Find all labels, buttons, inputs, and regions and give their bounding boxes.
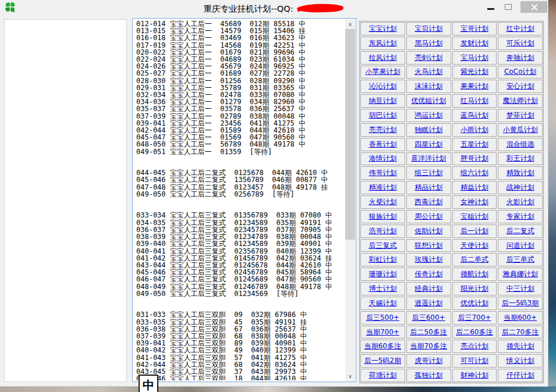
plan-link-cell[interactable]: 后三600+ [406, 311, 451, 325]
plan-link-cell[interactable]: 小苹果计划 [360, 66, 405, 79]
plan-link[interactable]: 后二复式 [507, 226, 534, 236]
plan-link[interactable]: 仔仔计划 [507, 370, 534, 380]
plan-link-cell[interactable]: 雅典娜计划 [498, 268, 543, 281]
plan-link-cell[interactable]: 周公计划 [406, 210, 451, 223]
plan-link-cell[interactable]: 后二复式 [498, 224, 543, 238]
plan-link-cell[interactable]: 火柴计划 [360, 195, 405, 209]
plan-link[interactable]: 当期700+ [366, 327, 399, 337]
plan-link[interactable]: 领先计划 [507, 341, 534, 351]
plan-link-cell[interactable]: 佐助计划 [406, 224, 451, 238]
plan-link-cell[interactable]: 天赐计划 [360, 297, 405, 310]
plan-link-cell[interactable]: 东风计划 [360, 37, 405, 50]
plan-link[interactable]: 虎哥计划 [415, 356, 442, 366]
plan-link-cell[interactable]: 蓝鸟计划 [452, 109, 497, 122]
plan-link-cell[interactable]: 阳光计划 [452, 282, 497, 295]
plan-link[interactable]: 阳光计划 [461, 284, 488, 294]
plan-link[interactable]: 中三计划 [507, 284, 534, 294]
plan-link[interactable]: 火鸟计划 [415, 67, 442, 77]
plan-link[interactable]: 拉风计划 [369, 53, 396, 63]
plan-link-cell[interactable]: 后三单式 [498, 253, 543, 266]
plan-link[interactable]: 果果计划 [461, 81, 488, 91]
plan-link[interactable]: 香蕉计划 [369, 140, 396, 149]
plan-link[interactable]: 战神计划 [507, 183, 534, 193]
plan-link[interactable]: 经典计划 [415, 284, 442, 294]
plan-link-cell[interactable]: 当期60多注 [360, 340, 405, 353]
plan-link[interactable]: 东风计划 [369, 38, 396, 48]
plan-link-cell[interactable]: 后一5码3期 [498, 297, 543, 310]
plan-link[interactable]: 胖哥计划 [461, 154, 488, 163]
plan-link[interactable]: 黑马计划 [415, 38, 442, 48]
plan-link-cell[interactable]: 精准计划 [360, 181, 405, 194]
plan-link-cell[interactable]: 伟哥计划 [360, 166, 405, 180]
plan-link[interactable]: 五星计划 [461, 140, 488, 149]
plan-link-cell[interactable]: 后一5码2期 [360, 354, 405, 368]
plan-link[interactable]: 独眠计划 [415, 125, 442, 135]
plan-link[interactable]: CoCo计划 [504, 67, 536, 77]
plan-link[interactable]: 领航计划 [461, 269, 488, 279]
plan-link-cell[interactable]: 五星计划 [452, 138, 497, 151]
plan-link[interactable]: 小雨计划 [461, 125, 488, 135]
plan-link-cell[interactable]: 宝哥计划 [452, 22, 497, 35]
plan-link[interactable]: 优优计划 [461, 298, 488, 308]
plan-link[interactable]: 鸿运计划 [415, 111, 442, 120]
plan-link-cell[interactable]: 四星计划 [406, 138, 451, 151]
plan-link[interactable]: 问道计划 [507, 241, 534, 251]
plan-link[interactable]: 彩虹计划 [369, 255, 396, 265]
plan-link[interactable]: 小黄瓜计划 [503, 125, 538, 135]
plan-link-cell[interactable]: 奔驰计划 [498, 51, 543, 65]
plan-link-cell[interactable]: 后二50多注 [406, 326, 451, 339]
plan-link[interactable]: 佐助计划 [415, 226, 442, 236]
plan-link-cell[interactable]: 可乐计划 [498, 37, 543, 50]
plan-link[interactable]: 当期600+ [504, 313, 537, 323]
plan-link[interactable]: 火柴计划 [369, 197, 396, 207]
plan-link[interactable]: 后三700+ [458, 313, 491, 323]
plan-link[interactable]: 后二单式 [461, 255, 488, 265]
plan-link-cell[interactable]: 孤独计划 [406, 369, 451, 382]
plan-link[interactable]: 狼族计划 [369, 212, 396, 222]
plan-link[interactable]: 当期70多注 [410, 341, 447, 351]
plan-link-cell[interactable]: 问道计划 [498, 239, 543, 252]
plan-link-cell[interactable]: 当期700+ [360, 326, 405, 339]
plan-link-cell[interactable]: 西毒计划 [406, 195, 451, 209]
plan-link[interactable]: 联想计划 [415, 241, 442, 251]
plan-link[interactable]: 天使计划 [461, 241, 488, 251]
plan-link-cell[interactable]: 小黄瓜计划 [498, 123, 543, 137]
plan-link[interactable]: 孤独计划 [415, 370, 442, 380]
plan-link-cell[interactable]: 优优姐计划 [406, 94, 451, 108]
plan-link-cell[interactable]: 财神计划 [452, 369, 497, 382]
plan-link[interactable]: 宝宝计划 [369, 24, 396, 34]
plan-link-cell[interactable]: 彩王计划 [498, 152, 543, 166]
plan-link-cell[interactable]: 优优计划 [452, 297, 497, 310]
plan-link-cell[interactable]: 专家计划 [498, 210, 543, 223]
plan-link-cell[interactable]: 天使计划 [452, 239, 497, 252]
plan-link-cell[interactable]: 梦菲计划 [498, 109, 543, 122]
plan-link[interactable]: 荷塘计划 [369, 370, 396, 380]
plan-link[interactable]: 玫瑰计划 [415, 255, 442, 265]
plan-link[interactable]: 博士计划 [369, 284, 396, 294]
plan-link-cell[interactable]: 当期600+ [498, 311, 543, 325]
plan-link-cell[interactable]: 后二60多注 [452, 326, 497, 339]
plan-link[interactable]: 宝马计划 [461, 53, 488, 63]
plan-link-cell[interactable]: 黑马计划 [406, 37, 451, 50]
plan-link-cell[interactable]: 后三复式 [360, 239, 405, 252]
plan-link-cell[interactable]: 独眠计划 [406, 123, 451, 137]
plan-link[interactable]: 当期60多注 [364, 341, 401, 351]
plan-link-cell[interactable]: 拉风计划 [360, 51, 405, 65]
plan-link[interactable]: 组六计划 [461, 168, 488, 178]
plan-link-cell[interactable]: 喜洋洋计划 [406, 152, 451, 166]
plan-link-cell[interactable]: 魔法师计划 [498, 94, 543, 108]
plan-link[interactable]: 魔法师计划 [503, 96, 538, 106]
vertical-scrollbar[interactable]: ∧ ∨ [345, 19, 355, 381]
maximize-button[interactable] [500, 1, 517, 13]
plan-link-cell[interactable]: 后二70多注 [498, 326, 543, 339]
plan-link-cell[interactable]: 荷塘计划 [360, 369, 405, 382]
plan-link-cell[interactable]: 狼族计划 [360, 210, 405, 223]
plan-link[interactable]: 天赐计划 [369, 298, 396, 308]
plan-link-cell[interactable]: 火影计划 [498, 195, 543, 209]
plan-link-cell[interactable]: 香蕉计划 [360, 138, 405, 151]
plan-link[interactable]: 后二50多注 [410, 327, 447, 337]
plan-link-cell[interactable]: 胖哥计划 [452, 152, 497, 166]
plan-link[interactable]: 火影计划 [507, 197, 534, 207]
plan-link[interactable]: 红中计划 [507, 24, 534, 34]
plan-link-cell[interactable]: 宝贝计划 [406, 22, 451, 35]
